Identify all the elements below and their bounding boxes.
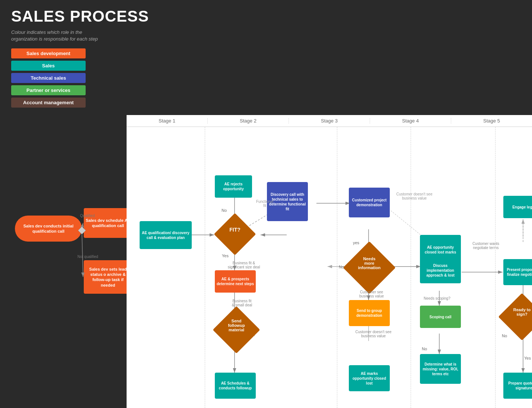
stage-divider-1 — [205, 127, 205, 408]
node-determine-missing: Determine what is missing: value, ROI, t… — [420, 354, 461, 384]
stage-4-header: Stage 4 — [370, 118, 451, 124]
stage-2-header: Stage 2 — [208, 118, 289, 124]
node-ae-marks-closed-lost-s3: AE marks opportunity closed lost — [349, 365, 390, 391]
label-business-fit-small: Business fit& small deal — [222, 299, 262, 307]
node-engage-legal: Engage legal — [503, 196, 532, 218]
stage-divider-3 — [411, 127, 411, 408]
label-not-qualified: Not qualified — [77, 255, 98, 259]
stage-3-header: Stage 3 — [289, 118, 370, 124]
label-no-s5: No — [502, 334, 507, 338]
svg-line-2 — [82, 223, 83, 229]
label-yes-s5: Yes — [524, 356, 531, 360]
label-functional-fit: Functionalfit — [256, 200, 273, 208]
subtitle: Colour indicates which role in theorgani… — [11, 29, 521, 42]
label-yes-lower: Yes — [222, 254, 229, 258]
node-customized-demo: Customized project demonstration — [349, 188, 390, 217]
label-customer-no-value-s3: Customer doesn't seebusiness value — [394, 192, 435, 200]
label-no-upper: No — [222, 208, 227, 213]
node-ae-prospects: AE & prospects determine next steps — [215, 270, 256, 293]
stage-divider-2 — [337, 127, 337, 408]
stage-1-header: Stage 1 — [127, 118, 208, 124]
stage-headers: Stage 1 Stage 2 Stage 3 Stage 4 Stage 5 — [127, 115, 532, 127]
legend-account-mgmt: Account management — [11, 98, 86, 108]
node-present-proposal: Present proposal & finalize negotiation — [503, 259, 532, 285]
node-ae-rejects: AE rejects opportunity — [215, 175, 252, 198]
svg-line-17 — [391, 211, 421, 235]
label-customer-see-value: Customer seebusiness value — [353, 290, 390, 298]
label-yes-s3: yes — [353, 240, 359, 245]
node-ae-qualification: AE qualification/ discovery call & evalu… — [140, 221, 192, 249]
content-area: Sales dev conducts initial qualification… — [0, 115, 532, 408]
flow-container: AE qualification/ discovery call & evalu… — [127, 127, 532, 408]
diagram-area: Stage 1 Stage 2 Stage 3 Stage 4 Stage 5 — [127, 115, 532, 408]
stage-divider-4 — [495, 127, 496, 408]
label-business-fit-large: Business fit &significant size deal — [222, 261, 266, 269]
node-sales-dev-schedule: Sales dev schedule AE qualification call — [84, 208, 132, 238]
legend-sales: Sales — [11, 61, 86, 71]
left-panel: Sales dev conducts initial qualification… — [0, 115, 127, 408]
node-send-followup: Sendfollowupmaterial — [220, 313, 253, 347]
arrows-svg — [127, 127, 532, 408]
label-customer-wants: Customer wantsnegotiate terms — [463, 242, 508, 250]
node-fit-diamond: FIT? — [220, 219, 250, 249]
label-needs-scoping: Needs scoping? — [424, 296, 450, 300]
stage-5-header: Stage 5 — [451, 118, 532, 124]
node-ae-schedules: AE Schedules & conducts followup — [215, 373, 256, 399]
node-prepare-quote: Prepare quote for signature — [503, 373, 532, 399]
top-section: SALES PROCESS Colour indicates which rol… — [0, 0, 532, 115]
main-title: SALES PROCESS — [11, 7, 521, 25]
label-no-s4: No — [422, 347, 427, 351]
label-customer-no-value-bottom: Customer doesn't seebusiness value — [353, 330, 394, 338]
node-sales-dev-sets: Sales dev sets lead status o archive & f… — [84, 260, 132, 294]
node-needs-more-info: Needsmoreinformation — [351, 249, 388, 286]
legend-sales-dev: Sales development — [11, 48, 86, 58]
legend-partner: Partner or services — [11, 85, 86, 95]
node-send-to-group: Send to group demonstration — [349, 300, 390, 326]
legend: Sales development Sales Technical sales … — [11, 48, 521, 108]
node-discuss-implementation: Discuss implementation approach & lost — [420, 257, 461, 283]
node-sales-dev-initial: Sales dev conducts initial qualification… — [15, 216, 82, 242]
node-scoping-call: Scoping call — [420, 306, 461, 328]
node-ready-to-sign: Ready tosign? — [505, 300, 532, 334]
legend-technical-sales: Technical sales — [11, 73, 86, 83]
label-no-s3: No — [339, 265, 344, 269]
label-qualified: Qualified — [80, 214, 95, 218]
